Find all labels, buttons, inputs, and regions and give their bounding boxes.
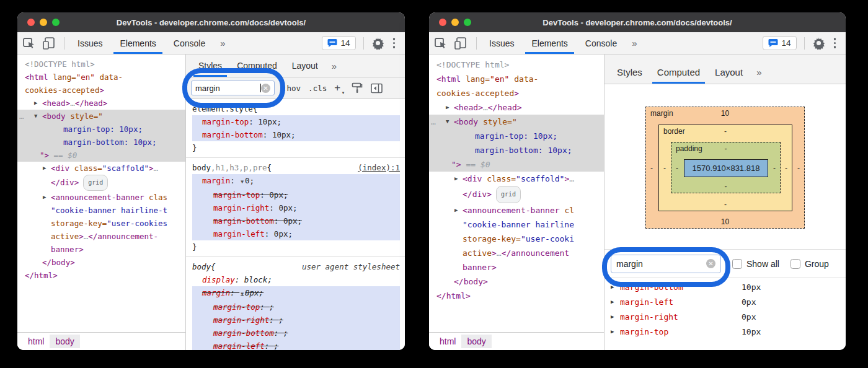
grid-badge[interactable]: grid [83, 175, 108, 191]
css-property[interactable]: margin-top: ; [192, 300, 400, 313]
dom-node-line[interactable]: cookies-accepted> [17, 84, 185, 97]
expand-arrow-right-icon[interactable]: ▶ [611, 299, 620, 305]
css-property[interactable]: margin-bottom: ; [192, 326, 400, 340]
dom-node-line[interactable]: "> == $0 [17, 149, 185, 162]
expand-arrow-right-icon[interactable]: ▶ [454, 203, 458, 217]
computed-filter-input[interactable]: margin ✕ [611, 255, 721, 273]
dom-node-line[interactable]: ▶<announcement-banner cl [429, 203, 604, 217]
css-property[interactable]: margin-left: ; [192, 340, 400, 350]
dom-node-line[interactable]: ▶<div class="scaffold">… [429, 172, 604, 186]
group-checkbox[interactable]: Group [790, 259, 829, 269]
computed-property-row[interactable]: ▶margin-bottom10px [604, 279, 846, 294]
computed-property-row[interactable]: ▶margin-right0px [604, 309, 846, 324]
clear-filter-icon[interactable]: ✕ [706, 259, 715, 268]
hidden-nodes-ellipsis[interactable]: … [431, 115, 436, 129]
dom-node-line[interactable]: </html> [429, 289, 604, 303]
expand-arrow-right-icon[interactable]: ▶ [34, 97, 37, 110]
tab-issues[interactable]: Issues [480, 32, 523, 54]
dom-node-line[interactable]: </div>grid [429, 186, 604, 203]
tab-console[interactable]: Console [165, 32, 214, 54]
border-top-value[interactable]: - [659, 127, 792, 136]
more-tabs-icon[interactable]: » [326, 55, 343, 77]
grid-badge[interactable]: grid [496, 186, 521, 203]
css-property[interactable]: margin-bottom: 10px; [192, 128, 400, 141]
clear-filter-icon[interactable]: ✕ [261, 84, 270, 93]
dom-node-line[interactable]: <!DOCTYPE html> [429, 58, 604, 72]
dom-node-line[interactable]: margin-bottom: 10px; [429, 143, 604, 157]
tab-styles[interactable]: Styles [191, 55, 229, 77]
expand-arrow-right-icon[interactable]: ▶ [43, 162, 46, 175]
minimize-button[interactable] [40, 19, 47, 26]
padding-bottom-value[interactable]: - [671, 182, 780, 191]
tab-computed[interactable]: Computed [650, 67, 707, 84]
css-property[interactable]: margin: ▼0; [192, 174, 400, 188]
css-property[interactable]: margin-right: ; [192, 313, 400, 326]
tab-elements[interactable]: Elements [523, 32, 576, 54]
dom-node-line[interactable]: cookies-accepted> [429, 86, 604, 100]
zoom-button[interactable] [464, 19, 471, 26]
margin-top-value[interactable]: 10 [646, 109, 804, 118]
expand-arrow-right-icon[interactable]: ▶ [43, 191, 46, 204]
settings-gear-icon[interactable] [812, 37, 825, 50]
dom-node-line[interactable]: ▶<head>…</head> [429, 100, 604, 115]
dom-node-line[interactable]: …▼<body style=" [17, 110, 185, 123]
breadcrumb-body[interactable]: body [50, 335, 79, 348]
dom-node-line[interactable]: "cookie-banner hairline-t [17, 204, 185, 217]
css-property[interactable]: margin-top: 10px; [192, 115, 400, 128]
rule-selector[interactable]: body, h1, h3, p, pre {(index):1 [192, 161, 400, 174]
tab-issues[interactable]: Issues [69, 32, 111, 54]
css-property[interactable]: margin-left: 0px; [192, 227, 400, 240]
hidden-nodes-ellipsis[interactable]: … [19, 110, 24, 123]
menu-kebab-icon[interactable] [829, 38, 841, 48]
tab-layout[interactable]: Layout [285, 55, 326, 77]
expand-arrow-right-icon[interactable]: ▶ [611, 284, 620, 290]
box-model-padding[interactable]: padding - - - - 1570.910×831.818 [671, 142, 781, 193]
expand-shorthand-icon[interactable]: ▼ [239, 179, 245, 185]
border-bottom-value[interactable]: - [659, 200, 792, 209]
tab-layout[interactable]: Layout [707, 67, 750, 84]
checkbox-icon[interactable] [732, 259, 742, 269]
inspect-icon[interactable] [22, 37, 36, 50]
more-tabs-icon[interactable]: » [626, 32, 643, 54]
dom-node-line[interactable]: …▼<body style=" [429, 115, 604, 129]
expand-arrow-down-icon[interactable]: ▼ [34, 110, 37, 123]
dom-node-line[interactable]: margin-top: 10px; [429, 129, 604, 143]
rule-selector[interactable]: body {user agent stylesheet [192, 260, 400, 273]
dom-node-line[interactable]: storage-key="user-cookies [17, 217, 185, 230]
issues-counter[interactable]: 14 [322, 36, 355, 50]
dom-node-line[interactable]: </body> [429, 274, 604, 289]
dom-node-line[interactable]: ▶<announcement-banner clas [17, 191, 185, 204]
dom-node-line[interactable]: active>…</announcement- [17, 230, 185, 243]
css-property[interactable]: margin-right: 0px; [192, 201, 400, 214]
dom-node-line[interactable]: banner> [429, 260, 604, 274]
margin-bottom-value[interactable]: 10 [646, 217, 804, 226]
dom-node-line[interactable]: <html lang="en" data- [429, 72, 604, 86]
border-left-value[interactable]: - [663, 164, 666, 172]
stylesheet-source-link[interactable]: (index):1 [358, 161, 400, 174]
css-property[interactable]: margin: ▼8px; [192, 286, 400, 300]
expand-arrow-right-icon[interactable]: ▶ [454, 172, 458, 186]
close-button[interactable] [439, 19, 446, 26]
device-toolbar-icon[interactable] [42, 37, 56, 50]
dom-node-line[interactable]: margin-bottom: 10px; [17, 136, 185, 149]
dom-node-line[interactable]: banner> [17, 243, 185, 256]
box-model-content[interactable]: 1570.910×831.818 [684, 159, 768, 177]
toggle-hover-state-button[interactable]: :hov [282, 84, 301, 93]
settings-gear-icon[interactable] [371, 37, 384, 50]
breadcrumb-html[interactable]: html [22, 335, 50, 348]
dom-node-line[interactable]: storage-key="user-cooki [429, 232, 604, 246]
padding-right-value[interactable]: - [773, 164, 776, 172]
menu-kebab-icon[interactable] [388, 38, 401, 48]
dom-node-line[interactable]: </body> [17, 256, 185, 269]
styles-filter-input[interactable]: margin ✕ [191, 81, 275, 95]
more-tabs-icon[interactable]: » [214, 32, 231, 54]
box-model-border[interactable]: border - - - - padding - - - - [658, 125, 792, 211]
dock-sidebar-icon[interactable] [371, 83, 383, 94]
dom-node-line[interactable]: margin-top: 10px; [17, 123, 185, 136]
dom-node-line[interactable]: ▶<div class="scaffold">… [17, 162, 185, 175]
toggle-classes-button[interactable]: .cls [308, 84, 327, 93]
margin-right-value[interactable]: - [797, 164, 800, 172]
inspect-icon[interactable] [434, 37, 448, 50]
padding-top-value[interactable]: - [671, 144, 780, 153]
paint-roller-icon[interactable] [351, 82, 363, 94]
